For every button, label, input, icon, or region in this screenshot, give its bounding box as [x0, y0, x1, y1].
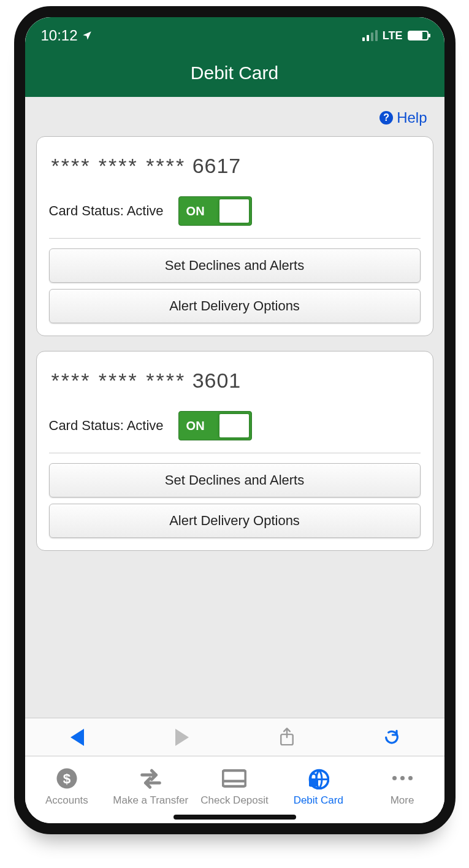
- svg-rect-6: [309, 778, 318, 787]
- tab-more[interactable]: More: [362, 766, 442, 807]
- card-actions: Set Declines and Alerts Alert Delivery O…: [49, 453, 421, 538]
- tab-debit-card[interactable]: Debit Card: [278, 766, 358, 807]
- tab-label: Check Deposit: [200, 794, 269, 807]
- card-status-row: Card Status: Active ON: [49, 411, 421, 453]
- tab-label: Accounts: [45, 794, 88, 807]
- status-left: 10:12: [41, 27, 93, 44]
- refresh-button[interactable]: [379, 725, 404, 750]
- transfer-arrows-icon: [139, 766, 163, 791]
- card-status-label: Card Status:: [49, 203, 124, 218]
- forward-icon: [175, 729, 189, 746]
- globe-lock-icon: [306, 766, 330, 791]
- forward-button[interactable]: [170, 725, 194, 750]
- card-panel: **** **** **** 3601 Card Status: Active …: [36, 351, 433, 551]
- battery-icon: [408, 31, 429, 40]
- dollar-circle-icon: $: [55, 766, 79, 791]
- set-declines-button[interactable]: Set Declines and Alerts: [49, 463, 421, 497]
- tab-label: Debit Card: [294, 794, 343, 807]
- card-status-value: Active: [127, 418, 164, 433]
- back-icon: [71, 729, 84, 746]
- card-number: **** **** **** 6617: [49, 152, 421, 196]
- status-right: LTE: [362, 29, 429, 42]
- card-mask: **** **** ****: [51, 369, 186, 392]
- card-status-toggle[interactable]: ON: [178, 196, 252, 226]
- screen: 10:12 LTE Debit Card ? Help: [25, 17, 444, 823]
- home-indicator: [173, 815, 296, 820]
- card-status-toggle[interactable]: ON: [178, 411, 252, 440]
- card-status-row: Card Status: Active ON: [49, 196, 421, 238]
- card-actions: Set Declines and Alerts Alert Delivery O…: [49, 238, 421, 323]
- browser-toolbar: [25, 718, 444, 756]
- content: ? Help **** **** **** 6617 Card Status: …: [25, 97, 444, 718]
- toggle-knob: [219, 414, 249, 437]
- card-last4: 6617: [193, 154, 242, 177]
- share-icon: [278, 727, 296, 748]
- location-icon: [82, 30, 93, 41]
- refresh-icon: [382, 728, 402, 747]
- svg-text:$: $: [63, 770, 71, 786]
- tab-bar: $ Accounts Make a Transfer Check Deposit: [25, 756, 444, 823]
- card-last4: 3601: [193, 369, 242, 392]
- alert-delivery-button[interactable]: Alert Delivery Options: [49, 504, 421, 538]
- card-number: **** **** **** 3601: [49, 366, 421, 411]
- tab-accounts[interactable]: $ Accounts: [27, 766, 107, 807]
- network-label: LTE: [383, 29, 403, 42]
- tab-transfer[interactable]: Make a Transfer: [111, 766, 191, 807]
- help-icon: ?: [379, 111, 393, 125]
- tab-label: Make a Transfer: [113, 794, 188, 807]
- page-title: Debit Card: [25, 48, 444, 97]
- status-time: 10:12: [41, 27, 78, 44]
- card-status-value: Active: [127, 203, 164, 218]
- toggle-label: ON: [186, 419, 205, 433]
- toggle-label: ON: [186, 204, 205, 218]
- share-button[interactable]: [275, 725, 299, 750]
- phone-frame: 10:12 LTE Debit Card ? Help: [14, 6, 456, 834]
- check-icon: [222, 766, 246, 791]
- more-dots-icon: [390, 766, 414, 791]
- tab-check-deposit[interactable]: Check Deposit: [194, 766, 274, 807]
- help-label: Help: [397, 109, 427, 126]
- set-declines-button[interactable]: Set Declines and Alerts: [49, 248, 421, 283]
- toggle-knob: [219, 199, 249, 223]
- tab-label: More: [391, 794, 414, 807]
- card-panel: **** **** **** 6617 Card Status: Active …: [36, 136, 433, 336]
- alert-delivery-button[interactable]: Alert Delivery Options: [49, 289, 421, 323]
- card-mask: **** **** ****: [51, 154, 186, 177]
- card-status-label: Card Status:: [49, 418, 124, 433]
- back-button[interactable]: [65, 725, 90, 750]
- status-bar: 10:12 LTE: [25, 17, 444, 48]
- help-link[interactable]: ? Help: [36, 107, 433, 136]
- signal-icon: [362, 30, 378, 41]
- svg-rect-3: [223, 770, 246, 786]
- header: 10:12 LTE Debit Card: [25, 17, 444, 97]
